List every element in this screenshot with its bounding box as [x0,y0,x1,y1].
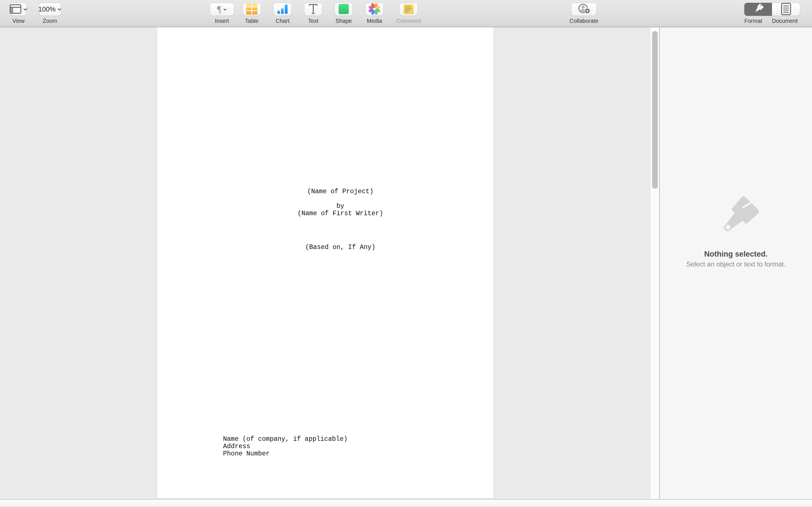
toolbar-item-collaborate: Collaborate [569,3,598,24]
media-button-label: Media [367,18,382,24]
person-add-icon [577,3,591,16]
toolbar-item-text: Text [304,3,322,24]
document-button[interactable] [772,3,800,16]
nothing-selected-subtitle: Select an object or text to format. [660,260,812,268]
toolbar-item-chart: Chart [273,3,292,24]
chart-button-label: Chart [276,18,290,24]
shape-icon [338,4,349,15]
format-button-label: Format [744,18,772,24]
toolbar-item-view: View [10,3,27,24]
table-icon [246,3,257,15]
doc-line-blank[interactable] [187,195,494,203]
collaborate-button-label: Collaborate [569,18,598,24]
doc-line-by[interactable]: by [187,203,494,210]
view-button[interactable] [10,3,27,16]
vertical-scrollbar-track[interactable] [650,27,659,499]
document-canvas: (Name of Project) by (Name of First Writ… [0,27,660,499]
document-icon [781,3,791,16]
zoom-value: 100% [38,5,56,13]
document-page[interactable]: (Name of Project) by (Name of First Writ… [157,27,493,498]
toolbar-item-shape: Shape [335,3,353,24]
insert-button[interactable]: ¶ [210,3,234,16]
table-button-label: Table [245,18,259,24]
contact-block: Name (of company, if applicable) Address… [223,436,348,457]
chart-icon [277,4,288,15]
chevron-down-icon [23,7,28,11]
doc-line-writer[interactable]: (Name of First Writer) [187,210,494,217]
comment-icon [403,4,414,15]
based-on-block: (Based on, If Any) [187,244,494,251]
vertical-scrollbar-thumb[interactable] [652,31,658,189]
view-icon [10,4,21,15]
table-button[interactable] [243,3,261,16]
toolbar-item-insert: ¶ Insert [210,3,234,24]
comment-button-label: Comment [396,18,421,24]
chart-button[interactable] [273,3,292,16]
media-icon [368,3,380,16]
toolbar-item-zoom: 100% Zoom [39,3,61,24]
view-button-label: View [12,18,24,24]
text-icon [308,3,319,15]
collaborate-button[interactable] [571,3,597,16]
insert-button-label: Insert [215,18,229,24]
toolbar-item-comment: Comment [396,3,421,24]
doc-line-based-on[interactable]: (Based on, If Any) [187,244,494,251]
chevron-down-icon [57,7,61,11]
pilcrow-icon: ¶ [217,5,221,14]
toolbar: View 100% Zoom ¶ Insert [0,0,812,27]
doc-line-company[interactable]: Name (of company, if applicable) [223,436,348,443]
paintbrush-large-icon [709,193,762,247]
toolbar-item-table: Table [243,3,261,24]
comment-button[interactable] [400,3,417,16]
format-button[interactable] [744,3,772,16]
paintbrush-icon [752,3,764,16]
zoom-button[interactable]: 100% [39,3,61,16]
shape-button[interactable] [335,3,353,16]
shape-button-label: Shape [336,18,352,24]
status-bar [0,499,812,507]
doc-line-project[interactable]: (Name of Project) [187,188,494,195]
doc-line-address[interactable]: Address [223,443,348,450]
zoom-button-label: Zoom [43,18,57,24]
chevron-down-icon [223,7,227,11]
doc-line-phone[interactable]: Phone Number [223,450,348,457]
toolbar-item-panels: Format Document [744,3,800,24]
text-button-label: Text [308,18,319,24]
panel-segmented-control [744,3,800,16]
text-button[interactable] [304,3,322,16]
nothing-selected-title: Nothing selected. [660,250,812,259]
title-block: (Name of Project) by (Name of First Writ… [187,188,494,217]
toolbar-item-media: Media [365,3,384,24]
media-button[interactable] [365,3,384,16]
document-button-label: Document [772,18,800,24]
format-inspector-panel: Nothing selected. Select an object or te… [660,27,812,499]
